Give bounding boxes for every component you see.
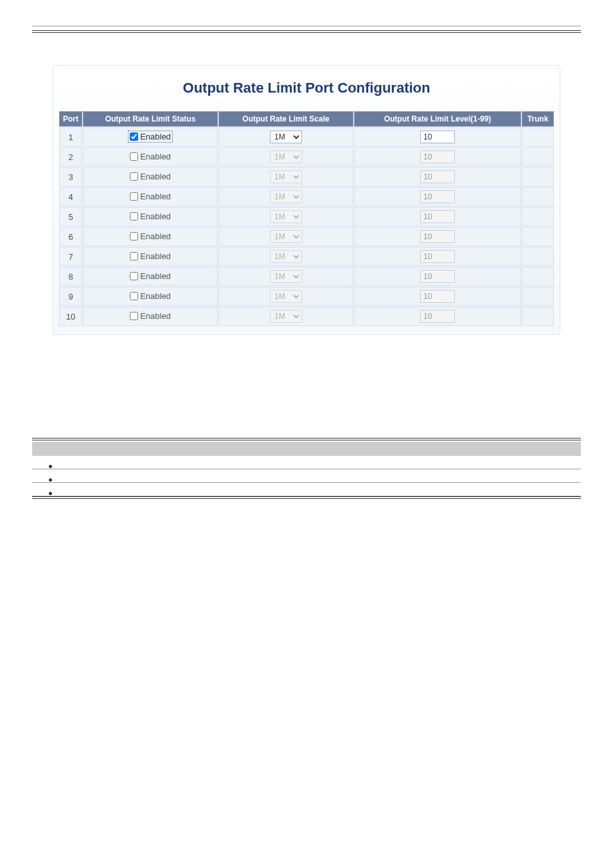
header-level: Output Rate Limit Level(1-99) (354, 111, 521, 127)
status-cell: Enabled (83, 307, 218, 326)
trunk-cell (522, 207, 554, 226)
port-cell: 10 (59, 307, 82, 326)
trunk-cell (522, 127, 554, 147)
level-input[interactable] (420, 230, 455, 243)
level-input[interactable] (420, 290, 455, 303)
level-cell (354, 147, 521, 167)
status-cell: Enabled (83, 127, 218, 147)
enabled-checkbox-wrap[interactable]: Enabled (130, 311, 171, 321)
scale-cell: 1M (218, 207, 353, 226)
level-input[interactable] (420, 250, 455, 263)
trunk-cell (522, 187, 554, 206)
bullet-icon (49, 478, 52, 482)
status-cell: Enabled (83, 147, 218, 167)
scale-select[interactable]: 1M (270, 210, 302, 223)
enabled-checkbox[interactable] (130, 252, 138, 260)
scale-cell: 1M (218, 247, 353, 266)
level-input[interactable] (420, 170, 455, 183)
enabled-checkbox[interactable] (130, 132, 138, 141)
panel-title: Output Rate Limit Port Configuration (53, 66, 560, 111)
scale-select[interactable]: 1M (270, 270, 302, 283)
enabled-label: Enabled (140, 172, 171, 181)
trunk-cell (522, 267, 554, 286)
enabled-checkbox-wrap[interactable]: Enabled (130, 172, 171, 181)
trunk-cell (522, 307, 554, 326)
scale-select[interactable]: 1M (270, 131, 302, 143)
port-cell: 1 (59, 127, 82, 147)
level-cell (354, 247, 521, 266)
enabled-checkbox[interactable] (130, 152, 138, 161)
level-cell (354, 167, 521, 186)
port-cell: 5 (59, 207, 82, 226)
enabled-checkbox-wrap[interactable]: Enabled (129, 132, 172, 141)
enabled-checkbox[interactable] (130, 312, 138, 320)
scale-select[interactable]: 1M (270, 170, 302, 183)
level-input[interactable] (420, 270, 455, 283)
port-cell: 8 (59, 267, 82, 286)
table-row: 5Enabled1M (59, 207, 554, 226)
table-row: 2Enabled1M (59, 147, 554, 167)
enabled-label: Enabled (140, 192, 171, 201)
bullet-icon (49, 492, 52, 495)
bullet-icon (49, 465, 52, 468)
port-cell: 6 (59, 227, 82, 246)
enabled-checkbox[interactable] (130, 272, 138, 280)
header-scale: Output Rate Limit Scale (218, 111, 353, 127)
config-table: Port Output Rate Limit Status Output Rat… (58, 111, 555, 327)
enabled-checkbox[interactable] (130, 232, 138, 240)
trunk-cell (522, 147, 554, 167)
header-trunk: Trunk (522, 111, 554, 127)
level-cell (354, 287, 521, 306)
top-divider (32, 26, 581, 26)
status-cell: Enabled (83, 207, 218, 226)
level-input[interactable] (420, 150, 455, 163)
port-cell: 3 (59, 167, 82, 186)
scale-cell: 1M (218, 307, 353, 326)
table-row: 4Enabled1M (59, 187, 554, 206)
enabled-checkbox-wrap[interactable]: Enabled (130, 291, 171, 301)
bullet-row-1 (32, 456, 581, 469)
level-input[interactable] (420, 210, 455, 223)
scale-select[interactable]: 1M (270, 150, 302, 163)
scale-select[interactable]: 1M (270, 230, 302, 243)
scale-cell: 1M (218, 287, 353, 306)
lower-section (32, 438, 581, 499)
lower-double-divider-top (32, 438, 581, 440)
table-row: 9Enabled1M (59, 287, 554, 306)
status-cell: Enabled (83, 167, 218, 186)
enabled-checkbox-wrap[interactable]: Enabled (130, 231, 171, 241)
enabled-checkbox-wrap[interactable]: Enabled (130, 152, 171, 161)
level-input[interactable] (420, 310, 455, 323)
enabled-checkbox-wrap[interactable]: Enabled (130, 212, 171, 221)
scale-cell: 1M (218, 187, 353, 206)
bullet-row-2 (32, 469, 581, 483)
table-row: 3Enabled1M (59, 167, 554, 186)
enabled-label: Enabled (140, 231, 171, 241)
enabled-checkbox-wrap[interactable]: Enabled (130, 192, 171, 201)
trunk-cell (522, 247, 554, 266)
level-cell (354, 207, 521, 226)
lower-double-divider-bottom (32, 496, 581, 499)
scale-select[interactable]: 1M (270, 190, 302, 203)
level-input[interactable] (420, 131, 455, 143)
table-row: 1Enabled1M (59, 127, 554, 147)
enabled-checkbox[interactable] (130, 212, 138, 221)
enabled-checkbox-wrap[interactable]: Enabled (130, 271, 171, 281)
scale-select[interactable]: 1M (270, 310, 302, 323)
enabled-label: Enabled (140, 271, 171, 281)
level-input[interactable] (420, 190, 455, 203)
level-cell (354, 187, 521, 206)
level-cell (354, 127, 521, 147)
scale-select[interactable]: 1M (270, 250, 302, 263)
table-row: 8Enabled1M (59, 267, 554, 286)
port-cell: 2 (59, 147, 82, 167)
enabled-label: Enabled (140, 291, 171, 301)
enabled-label: Enabled (140, 152, 171, 161)
scale-select[interactable]: 1M (270, 290, 302, 303)
top-double-divider (32, 30, 581, 33)
enabled-checkbox[interactable] (130, 292, 138, 300)
enabled-checkbox[interactable] (130, 192, 138, 201)
header-status: Output Rate Limit Status (83, 111, 218, 127)
enabled-checkbox-wrap[interactable]: Enabled (130, 251, 171, 261)
enabled-checkbox[interactable] (130, 172, 138, 181)
